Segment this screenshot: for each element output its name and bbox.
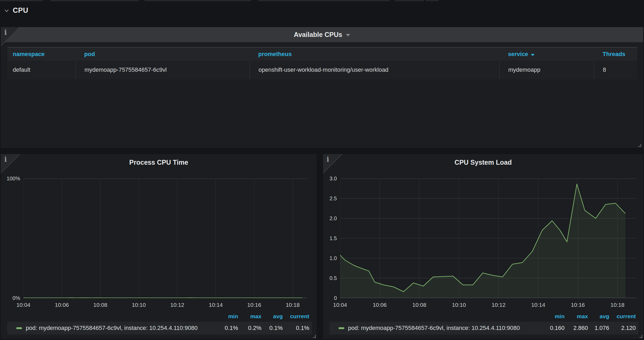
legend-max-value: 2.860 <box>567 325 591 332</box>
panel-menu-caret-icon <box>346 34 350 36</box>
x-tick-label: 10:10 <box>446 302 472 308</box>
x-tick-label: 10:18 <box>279 302 306 308</box>
column-header-threads[interactable]: Threads <box>594 47 637 61</box>
panel-bottom-edge <box>0 0 43 1</box>
panel-info-icon[interactable]: i <box>323 154 342 173</box>
x-tick-label: 10:14 <box>202 302 229 308</box>
x-tick-label: 10:16 <box>565 302 591 308</box>
chart-plot-area[interactable] <box>340 178 636 298</box>
legend-series-row: pod: mydemoapp-7575584657-6c9vl, instanc… <box>7 322 312 334</box>
chevron-down-icon <box>4 8 10 14</box>
legend-avg-value: 1.076 <box>591 325 612 332</box>
cell-service: mydemoapp <box>499 61 594 79</box>
table-row: defaultmydemoapp-7575584657-6c9vlopenshi… <box>7 61 637 79</box>
panel-header[interactable]: Process CPU Time <box>1 154 317 167</box>
column-header-prometheus[interactable]: prometheus <box>250 47 499 61</box>
panel-info-icon[interactable]: i <box>1 154 20 173</box>
legend-current-value: 0.1% <box>285 325 312 332</box>
panel-bottom-edge <box>145 0 251 1</box>
x-tick-label: 10:16 <box>241 302 268 308</box>
panel-title: CPU System Load <box>455 159 512 166</box>
column-header-service[interactable]: service <box>499 47 594 61</box>
series-line <box>23 298 302 298</box>
dashboard-row-cpu[interactable]: CPU <box>4 6 28 15</box>
panel-bottom-edge <box>50 0 139 1</box>
y-tick-label: 2.5 <box>323 195 337 202</box>
y-tick-label: 2.0 <box>323 215 337 222</box>
panel-header[interactable]: CPU System Load <box>323 154 643 167</box>
panel-cpu-system-load: i CPU System Load min max avg current po… <box>323 154 643 339</box>
legend-sort-avg[interactable]: avg <box>591 313 612 320</box>
y-tick-label: 0 <box>323 295 337 301</box>
y-tick-label: 3.0 <box>323 175 337 182</box>
panel-resize-handle[interactable] <box>638 144 641 147</box>
series-color-swatch[interactable] <box>16 327 22 329</box>
legend-avg-value: 0.1% <box>264 325 285 332</box>
y-tick-label: 100% <box>1 175 20 182</box>
x-tick-label: 10:14 <box>525 302 552 308</box>
x-tick-label: 10:18 <box>604 302 631 308</box>
panel-resize-handle[interactable] <box>639 335 642 338</box>
cell-namespace: default <box>7 61 76 79</box>
series-fill <box>340 184 625 298</box>
legend-sort-min[interactable]: min <box>217 313 241 320</box>
panel-bottom-edge <box>395 0 424 1</box>
panel-title: Available CPUs <box>294 31 342 39</box>
x-tick-label: 10:08 <box>87 302 114 308</box>
sort-desc-icon <box>531 54 535 56</box>
legend-series-row: pod: mydemoapp-7575584657-6c9vl, instanc… <box>329 322 638 334</box>
x-tick-label: 10:10 <box>125 302 152 308</box>
panel-bottom-edge <box>258 0 390 1</box>
column-header-pod[interactable]: pod <box>76 47 250 61</box>
x-tick-label: 10:04 <box>10 302 37 308</box>
legend-sort-max[interactable]: max <box>567 313 591 320</box>
row-title: CPU <box>13 6 28 15</box>
panel-title: Process CPU Time <box>129 159 188 166</box>
panel-header[interactable]: Available CPUs <box>1 27 643 42</box>
chart-plot-area[interactable] <box>23 178 307 298</box>
legend-sort-avg[interactable]: avg <box>264 313 285 320</box>
panel-available-cpus: i Available CPUs namespacepodprometheuss… <box>1 27 643 148</box>
panel-process-cpu-time: i Process CPU Time min max avg current p… <box>1 154 317 339</box>
series-label[interactable]: pod: mydemoapp-7575584657-6c9vl, instanc… <box>348 325 520 332</box>
cpu-table: namespacepodprometheusserviceThreads def… <box>7 47 637 79</box>
panel-info-icon[interactable]: i <box>1 27 20 46</box>
legend-current-value: 2.120 <box>612 325 638 332</box>
series-label[interactable]: pod: mydemoapp-7575584657-6c9vl, instanc… <box>26 325 198 332</box>
cpu-table-wrap: namespacepodprometheusserviceThreads def… <box>7 47 637 79</box>
cell-threads: 8 <box>594 61 637 79</box>
legend-max-value: 0.2% <box>241 325 264 332</box>
series-color-swatch[interactable] <box>338 327 344 329</box>
panel-bottom-edge <box>426 0 439 1</box>
y-tick-label: 1.5 <box>323 235 337 242</box>
panel-resize-handle[interactable] <box>313 335 316 338</box>
x-tick-label: 10:08 <box>406 302 433 308</box>
chart-legend: min max avg current pod: mydemoapp-75755… <box>7 312 312 334</box>
y-tick-label: 0% <box>1 295 20 301</box>
legend-min-value: 0.1% <box>217 325 241 332</box>
legend-sort-min[interactable]: min <box>544 313 567 320</box>
x-tick-label: 10:04 <box>327 302 353 308</box>
column-header-namespace[interactable]: namespace <box>7 47 76 61</box>
legend-sort-max[interactable]: max <box>241 313 264 320</box>
x-tick-label: 10:06 <box>366 302 393 308</box>
legend-sort-current[interactable]: current <box>612 313 638 320</box>
x-tick-label: 10:12 <box>485 302 512 308</box>
legend-min-value: 0.160 <box>544 325 567 332</box>
chart-legend: min max avg current pod: mydemoapp-75755… <box>329 312 638 334</box>
y-tick-label: 0.5 <box>323 275 337 282</box>
x-tick-label: 10:06 <box>49 302 75 308</box>
cell-pod: mydemoapp-7575584657-6c9vl <box>76 61 250 79</box>
cell-prometheus: openshift-user-workload-monitoring/user-… <box>250 61 499 79</box>
x-tick-label: 10:12 <box>164 302 190 308</box>
legend-sort-current[interactable]: current <box>285 313 312 320</box>
y-tick-label: 1.0 <box>323 255 337 262</box>
